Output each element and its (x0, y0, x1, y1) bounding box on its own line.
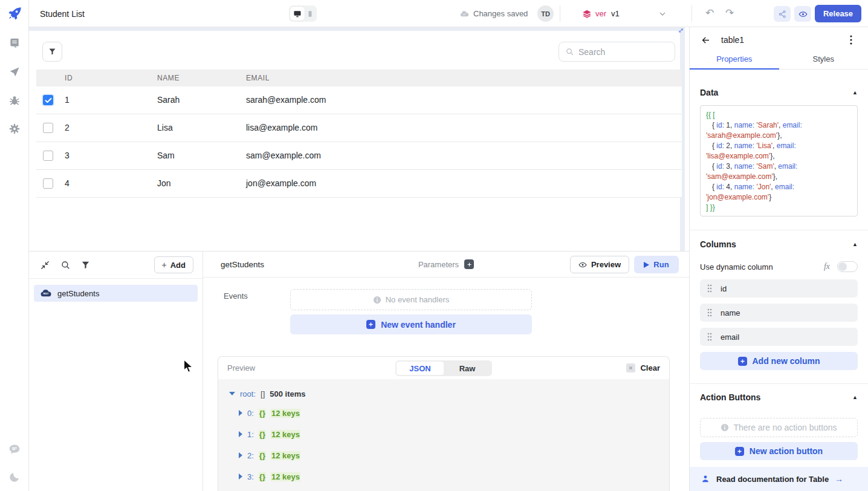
expand-triangle-icon[interactable] (239, 410, 242, 416)
back-arrow-icon[interactable] (701, 35, 711, 45)
app-logo-rocket-icon[interactable] (7, 6, 22, 21)
canvas[interactable]: ID NAME EMAIL 1Sarahsarah@example.com2Li… (29, 27, 689, 251)
desktop-icon[interactable] (290, 7, 305, 21)
header-name[interactable]: NAME (157, 74, 180, 82)
row-checkbox[interactable] (43, 178, 53, 189)
share-button[interactable] (774, 6, 791, 22)
dynamic-column-label: Use dynamic column (700, 262, 773, 272)
pages-editor-icon[interactable] (8, 37, 21, 50)
clear-response[interactable]: Clear (626, 363, 660, 372)
settings-gear-icon[interactable] (8, 123, 21, 135)
expand-triangle-icon[interactable] (239, 431, 242, 437)
table-filter-button[interactable] (42, 42, 62, 62)
chevron-down-icon[interactable] (658, 0, 667, 27)
code-token: { (706, 121, 716, 129)
avatar[interactable]: TD (537, 5, 554, 22)
drag-handle-icon[interactable] (707, 333, 712, 341)
column-list: idnameemail (700, 279, 858, 346)
debug-bug-icon[interactable] (8, 94, 21, 106)
row-checkbox[interactable] (43, 123, 53, 133)
tab-json[interactable]: JSON (397, 362, 444, 375)
widget-name[interactable]: table1 (721, 35, 744, 45)
info-icon (721, 423, 729, 432)
tab-styles[interactable]: Styles (779, 53, 868, 69)
collapse-section-icon[interactable]: ▲ (852, 89, 858, 96)
clear-label: Clear (640, 363, 660, 372)
new-event-handler-button[interactable]: New event handler (290, 314, 532, 334)
release-button[interactable]: Release (815, 5, 861, 22)
collapse-triangle-icon[interactable] (229, 392, 235, 395)
docs-link[interactable]: Read documentation for Table → (690, 467, 868, 491)
code-token: 'jon@example.com' (706, 193, 769, 201)
fx-icon[interactable]: fx (824, 262, 830, 272)
query-list-item-getstudents[interactable]: REST getStudents (34, 285, 198, 302)
preview-app-button[interactable] (794, 6, 811, 22)
collapse-panel-icon[interactable] (40, 260, 50, 270)
code-token: 'sarah@example.com' (706, 131, 777, 140)
share-icon (778, 10, 787, 19)
preview-query-button[interactable]: Preview (570, 256, 629, 273)
actions-section-heading: Action Buttons (700, 392, 760, 402)
cell-name: Jon (157, 178, 171, 188)
json-root-row[interactable]: root: [] 500 items (229, 388, 669, 400)
mobile-icon[interactable] (305, 7, 316, 21)
column-item[interactable]: name (700, 304, 858, 322)
table-row[interactable]: 4Jonjon@example.com (36, 170, 682, 198)
table-row[interactable]: 2Lisalisa@example.com (36, 114, 682, 142)
add-parameter-icon[interactable] (464, 259, 474, 269)
header-id[interactable]: ID (65, 74, 73, 82)
code-token: 'Sarah' (756, 121, 779, 129)
table-search[interactable] (559, 42, 675, 62)
table-row[interactable]: 3Samsam@example.com (36, 142, 682, 170)
search-input[interactable] (578, 47, 663, 57)
column-item-label: email (721, 333, 739, 342)
dynamic-column-toggle[interactable] (837, 261, 858, 272)
column-item[interactable]: id (700, 279, 858, 298)
divider (691, 5, 692, 22)
json-tree-item[interactable]: 2:{}12 keys (239, 449, 669, 461)
add-new-column-button[interactable]: Add new column (700, 352, 858, 370)
chat-support-icon[interactable] (8, 443, 21, 455)
new-action-button[interactable]: New action button (700, 442, 858, 460)
parameters-control[interactable]: Parameters (418, 259, 474, 269)
response-view-toggle: JSON Raw (395, 360, 492, 376)
kebab-menu-icon[interactable] (850, 35, 852, 45)
drag-handle-icon[interactable] (707, 308, 712, 317)
filter-queries-icon[interactable] (80, 260, 91, 270)
row-checkbox[interactable] (43, 95, 53, 105)
collapse-section-icon[interactable]: ▲ (852, 394, 858, 400)
column-item[interactable]: email (700, 328, 858, 346)
cell-id: 3 (65, 151, 70, 160)
cell-id: 4 (65, 178, 70, 188)
add-query-button[interactable]: + Add (154, 256, 193, 273)
code-token: email: (778, 162, 797, 171)
dark-mode-moon-icon[interactable] (8, 471, 21, 483)
expand-triangle-icon[interactable] (239, 452, 242, 458)
json-tree-item[interactable]: 1:{}12 keys (239, 428, 669, 440)
tab-properties[interactable]: Properties (690, 53, 779, 69)
inspector-header: table1 (690, 27, 868, 53)
row-checkbox[interactable] (43, 151, 53, 161)
table-header[interactable]: ID NAME EMAIL (36, 70, 682, 86)
code-line: ] }} (706, 203, 852, 213)
collapse-section-icon[interactable]: ▲ (852, 241, 858, 247)
table-row[interactable]: 1Sarahsarah@example.com (36, 86, 682, 114)
redo-icon[interactable]: ↷ (723, 7, 736, 21)
json-tree-item[interactable]: 3:{}12 keys (239, 470, 669, 483)
json-tree-item[interactable]: 0:{}12 keys (239, 407, 669, 419)
cloud-saved-icon (459, 9, 469, 19)
tab-raw[interactable]: Raw (444, 362, 491, 375)
device-toggle[interactable] (289, 5, 317, 22)
header-email[interactable]: EMAIL (246, 74, 270, 82)
cell-id: 2 (65, 123, 70, 132)
run-query-button[interactable]: Run (634, 256, 679, 273)
version-selector[interactable]: ver v1 (582, 0, 620, 27)
send-icon[interactable] (8, 66, 21, 78)
resize-handle-icon[interactable] (678, 27, 684, 34)
undo-icon[interactable]: ↶ (703, 7, 716, 21)
expand-triangle-icon[interactable] (239, 473, 242, 480)
search-queries-icon[interactable] (60, 260, 71, 270)
drag-handle-icon[interactable] (707, 284, 712, 293)
data-code-editor[interactable]: {{ [ { id: 1, name: 'Sarah', email:'sara… (700, 105, 858, 216)
top-bar: Student List Changes saved TD ver v1 ↶ ↷… (29, 0, 868, 27)
